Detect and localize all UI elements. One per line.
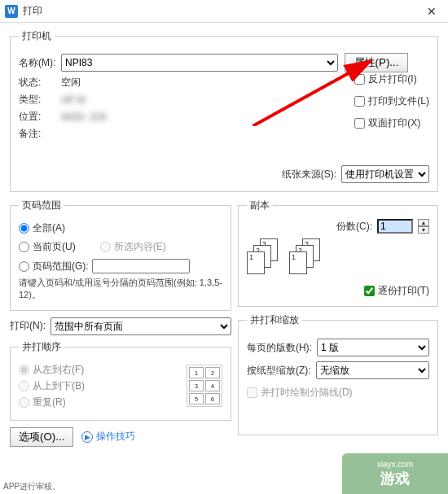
printer-group: 打印机 名称(M): NPI83 属性(P)... 状态:空闲 类型:HP M … (10, 29, 438, 192)
print-what-label: 打印(N): (10, 319, 46, 333)
range-note: 请键入页码和/或用逗号分隔的页码范围(例如: 1,3,5-12)。 (19, 277, 222, 302)
copies-legend: 副本 (247, 199, 273, 212)
app-icon: W (5, 5, 18, 18)
status-label: 状态: (19, 76, 61, 90)
order-repeat-label: 重复(R) (33, 396, 66, 409)
close-icon[interactable]: ✕ (420, 0, 443, 23)
flip-label: 反片打印(I) (368, 72, 416, 86)
type-label: 类型: (19, 93, 61, 107)
tips-link[interactable]: ▶ 操作技巧 (81, 430, 135, 444)
collate-label: 逐份打印(T) (378, 284, 429, 298)
copies-illustration: 3 2 1 3 2 1 (247, 238, 429, 276)
range-all-radio[interactable] (19, 223, 29, 234)
pages-per-sheet-select[interactable]: 1 版 (317, 339, 429, 356)
printer-legend: 打印机 (19, 29, 55, 43)
scale-legend: 并打和缩放 (247, 313, 302, 327)
tips-label: 操作技巧 (96, 430, 135, 444)
order-lr-label: 从左到右(F) (33, 363, 84, 377)
play-icon: ▶ (81, 431, 93, 443)
duplex-label: 双面打印(X) (368, 116, 420, 130)
paper-scale-select[interactable]: 无缩放 (316, 361, 429, 379)
comment-label: 备注: (19, 127, 61, 141)
window-title: 打印 (23, 4, 420, 18)
location-label: 位置: (19, 110, 61, 124)
pages-per-sheet-label: 每页的版数(H): (247, 341, 312, 355)
scale-group: 并打和缩放 每页的版数(H): 1 版 按纸型缩放(Z): 无缩放 并打时绘制分… (238, 313, 438, 435)
range-selection-radio (100, 242, 111, 252)
order-tb-label: 从上到下(B) (33, 379, 85, 393)
range-current-label: 当前页(U) (33, 240, 76, 254)
properties-button[interactable]: 属性(P)... (345, 53, 408, 72)
paper-scale-label: 按纸型缩放(Z): (247, 364, 311, 378)
range-pages-radio[interactable] (19, 261, 29, 272)
range-selection-label: 所选内容(E) (114, 240, 166, 254)
paper-source-select[interactable]: 使用打印机设置 (341, 165, 429, 183)
range-input[interactable] (92, 259, 190, 273)
footer-note: APP进行审核。 (3, 481, 60, 492)
watermark: xiayx.com 游戏 (342, 453, 448, 494)
copies-up[interactable]: ▲ (418, 219, 429, 226)
copies-group: 副本 份数(C): ▲ ▼ 3 2 1 3 (238, 199, 438, 307)
paper-source-label: 纸张来源(S): (282, 168, 336, 181)
order-legend: 并打顺序 (19, 340, 64, 354)
print-what-select[interactable]: 范围中所有页面 (51, 317, 231, 335)
name-label: 名称(M): (19, 56, 61, 70)
order-preview: 12 34 56 (187, 365, 222, 407)
draw-border-label: 并打时绘制分隔线(D) (261, 386, 353, 400)
printer-name-select[interactable]: NPI83 (61, 54, 338, 72)
options-button[interactable]: 选项(O)... (10, 427, 73, 447)
to-file-label: 打印到文件(L) (368, 94, 429, 108)
order-repeat-radio (19, 397, 29, 408)
range-pages-label: 页码范围(G): (33, 260, 89, 273)
order-lr-radio (19, 365, 29, 375)
order-tb-radio (19, 381, 29, 391)
collate-checkbox[interactable] (364, 286, 375, 296)
page-range-group: 页码范围 全部(A) 当前页(U) 所选内容(E) 页码范围(G): 请键入页码… (10, 199, 231, 311)
duplex-checkbox[interactable] (354, 118, 365, 129)
range-all-label: 全部(A) (33, 221, 65, 235)
copies-down[interactable]: ▼ (418, 226, 429, 234)
copies-label: 份数(C): (336, 220, 372, 234)
page-range-legend: 页码范围 (19, 199, 64, 212)
range-current-radio[interactable] (19, 242, 29, 252)
order-group: 并打顺序 从左到右(F) 从上到下(B) 重复(R) 12 34 56 (10, 340, 231, 421)
copies-input[interactable] (377, 219, 413, 234)
flip-checkbox[interactable] (354, 74, 365, 85)
to-file-checkbox[interactable] (354, 96, 365, 107)
draw-border-checkbox (247, 387, 257, 398)
